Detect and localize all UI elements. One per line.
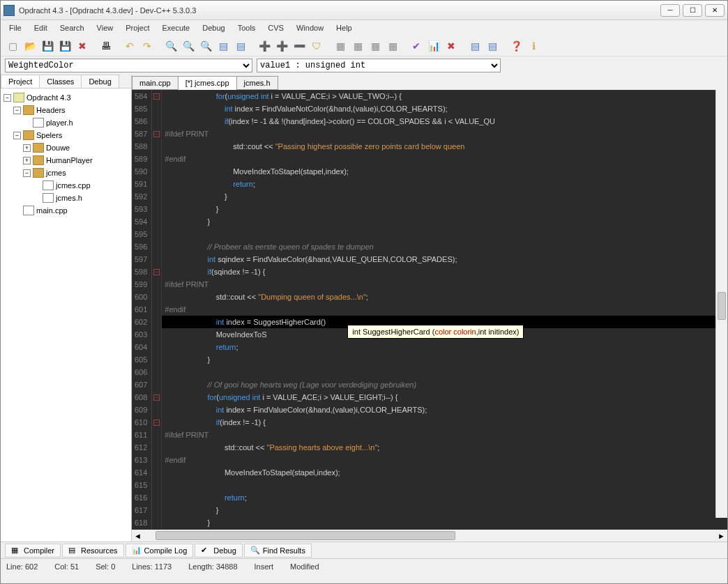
- goto-button[interactable]: ▤: [215, 38, 231, 54]
- status-modified: Modified: [290, 562, 319, 571]
- find-button[interactable]: 🔍: [163, 38, 179, 54]
- tree-jcmes[interactable]: −jcmes: [3, 167, 128, 179]
- tree-headers[interactable]: −Headers: [3, 104, 128, 116]
- compile-run-button[interactable]: ▦: [367, 38, 383, 54]
- file-tab[interactable]: jcmes.h: [236, 76, 278, 90]
- combo-bar: WeightedColor value1 : unsigned int: [1, 56, 727, 75]
- new-button[interactable]: ▢: [5, 38, 20, 54]
- bottom-tab-resources[interactable]: ▤Resources: [62, 544, 124, 558]
- debug-button[interactable]: ✔: [409, 38, 424, 54]
- status-length: Length: 34888: [188, 562, 237, 571]
- statusbar: Line: 602 Col: 51 Sel: 0 Lines: 1173 Len…: [1, 558, 727, 574]
- redo-button[interactable]: ↷: [139, 38, 155, 54]
- code-editor[interactable]: 5845855865875885895905915925935945955965…: [132, 90, 727, 530]
- close-button[interactable]: ✕: [705, 4, 725, 17]
- menu-debug[interactable]: Debug: [197, 22, 230, 34]
- profiler-button[interactable]: 📊: [426, 38, 441, 54]
- file-tab[interactable]: main.cpp: [132, 76, 179, 90]
- menu-execute[interactable]: Execute: [156, 22, 195, 34]
- project-tree[interactable]: −Opdracht 4.3 −Headers player.h −Spelers…: [1, 89, 131, 541]
- vertical-scrollbar[interactable]: [715, 90, 727, 518]
- bottom-tabs: ▦Compiler▤Resources📊Compile Log✔Debug🔍Fi…: [1, 541, 727, 558]
- new-project-button[interactable]: ➕: [257, 38, 272, 54]
- left-tabs: ProjectClassesDebug: [1, 75, 131, 89]
- findfiles-button[interactable]: 🔍: [198, 38, 213, 54]
- tree-player-h[interactable]: player.h: [3, 116, 128, 129]
- tree-jcmes-h[interactable]: jcmes.h: [3, 192, 128, 204]
- horizontal-scrollbar[interactable]: ◄ ►: [132, 530, 727, 541]
- right-pane: main.cpp[*] jcmes.cppjcmes.h 58458558658…: [132, 75, 727, 541]
- status-col: Col: 51: [54, 562, 79, 571]
- print-button[interactable]: 🖶: [98, 38, 114, 54]
- bottom-tab-compiler[interactable]: ▦Compiler: [5, 544, 61, 558]
- open-button[interactable]: 📂: [22, 38, 38, 54]
- undo-button[interactable]: ↶: [122, 38, 137, 54]
- fold-column[interactable]: −−−−−: [152, 90, 162, 530]
- minimize-button[interactable]: ─: [660, 4, 680, 17]
- help-button[interactable]: ❓: [508, 38, 524, 54]
- tree-humanplayer[interactable]: +HumanPlayer: [3, 154, 128, 167]
- status-line: Line: 602: [6, 562, 38, 571]
- parameter-tooltip: int SuggestHigherCard (color colorin,int…: [347, 325, 524, 339]
- menubar: FileEditSearchViewProjectExecuteDebugToo…: [1, 20, 727, 36]
- tree-main-cpp[interactable]: main.cpp: [3, 204, 128, 217]
- menu-help[interactable]: Help: [331, 22, 358, 34]
- file-tab[interactable]: [*] jcmes.cpp: [178, 76, 237, 90]
- close-file-button[interactable]: ✖: [75, 38, 90, 54]
- saveall-button[interactable]: 💾: [57, 38, 73, 54]
- menu-view[interactable]: View: [91, 22, 119, 34]
- left-tab-debug[interactable]: Debug: [81, 75, 119, 88]
- bottom-tab-debug[interactable]: ✔Debug: [195, 544, 242, 558]
- titlebar: Opdracht 4.3 - [Opdracht 4.3.dev] - Dev-…: [1, 1, 727, 20]
- tool2-button[interactable]: ▤: [485, 38, 500, 54]
- left-pane: ProjectClassesDebug −Opdracht 4.3 −Heade…: [1, 75, 132, 541]
- window-title: Opdracht 4.3 - [Opdracht 4.3.dev] - Dev-…: [19, 6, 660, 15]
- status-sel: Sel: 0: [96, 562, 115, 571]
- menu-window[interactable]: Window: [291, 22, 329, 34]
- file-tabs: main.cpp[*] jcmes.cppjcmes.h: [132, 75, 727, 90]
- remove-file-button[interactable]: ➖: [291, 38, 307, 54]
- left-tab-project[interactable]: Project: [1, 75, 40, 88]
- class-combo[interactable]: WeightedColor: [5, 59, 252, 72]
- save-button[interactable]: 💾: [40, 38, 55, 54]
- menu-edit[interactable]: Edit: [29, 22, 53, 34]
- menu-cvs[interactable]: CVS: [262, 22, 289, 34]
- compile-button[interactable]: ▦: [333, 38, 348, 54]
- tree-spelers[interactable]: −Spelers: [3, 129, 128, 141]
- add-file-button[interactable]: ➕: [274, 38, 289, 54]
- maximize-button[interactable]: ☐: [683, 4, 702, 17]
- project-options-button[interactable]: 🛡: [309, 38, 324, 54]
- tree-jcmes-cpp[interactable]: jcmes.cpp: [3, 179, 128, 192]
- bookmark-button[interactable]: ▤: [233, 38, 248, 54]
- replace-button[interactable]: 🔍: [181, 38, 196, 54]
- bottom-tab-find-results[interactable]: 🔍Find Results: [244, 544, 312, 558]
- left-tab-classes[interactable]: Classes: [39, 75, 82, 88]
- status-insert: Insert: [255, 562, 274, 571]
- tree-douwe[interactable]: +Douwe: [3, 141, 128, 154]
- bottom-tab-compile-log[interactable]: 📊Compile Log: [126, 544, 194, 558]
- code-area[interactable]: for(unsigned int i = VALUE_ACE;i > VALUE…: [162, 90, 727, 530]
- rebuild-button[interactable]: ▦: [385, 38, 400, 54]
- member-combo[interactable]: value1 : unsigned int: [257, 59, 501, 72]
- menu-tools[interactable]: Tools: [232, 22, 261, 34]
- menu-search[interactable]: Search: [54, 22, 90, 34]
- about-button[interactable]: ℹ: [526, 38, 541, 54]
- menu-project[interactable]: Project: [120, 22, 155, 34]
- tree-root[interactable]: −Opdracht 4.3: [3, 91, 128, 104]
- status-lines: Lines: 1173: [132, 562, 172, 571]
- menu-file[interactable]: File: [3, 22, 27, 34]
- line-gutter: 5845855865875885895905915925935945955965…: [132, 90, 152, 530]
- toolbar: ▢ 📂 💾 💾 ✖ 🖶 ↶ ↷ 🔍 🔍 🔍 ▤ ▤ ➕ ➕ ➖ 🛡 ▦ ▦ ▦ …: [1, 36, 727, 56]
- run-button[interactable]: ▦: [350, 38, 365, 54]
- tool1-button[interactable]: ▤: [467, 38, 483, 54]
- app-icon: [3, 5, 15, 16]
- stop-button[interactable]: ✖: [443, 38, 459, 54]
